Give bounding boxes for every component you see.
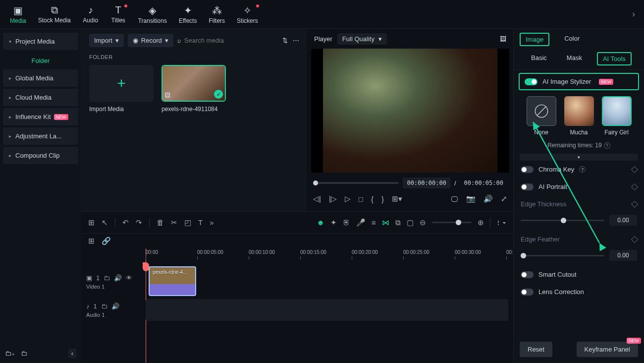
visibility-icon[interactable]: 👁	[126, 274, 132, 282]
style-none[interactable]: None	[526, 96, 557, 136]
player-viewport[interactable]	[311, 49, 509, 173]
tab-image[interactable]: Image	[520, 33, 549, 46]
mic-icon[interactable]: 🎤	[356, 218, 366, 227]
zoom-out-icon[interactable]: ⊖	[420, 218, 426, 227]
edge-feather-slider[interactable]	[521, 255, 604, 256]
text-icon[interactable]: T	[198, 218, 203, 227]
sidebar-compound-clip[interactable]: ▸Compound Clip	[3, 147, 78, 164]
more-icon[interactable]: ⋯	[293, 37, 299, 44]
video-track-lane[interactable]: pexels-rdne-4...	[146, 264, 513, 299]
edge-thickness-slider[interactable]	[521, 220, 604, 221]
mute-icon[interactable]: 🔊	[111, 302, 119, 310]
reset-button[interactable]: Reset	[520, 342, 552, 357]
zoom-in-icon[interactable]: ⊕	[478, 218, 484, 227]
sidebar-cloud-media[interactable]: ▸Cloud Media	[3, 89, 78, 106]
track-add-icon[interactable]: ⊞	[88, 237, 95, 245]
shield-icon[interactable]: ⛨	[343, 218, 350, 227]
mixer-icon[interactable]: ⫶ ▾	[496, 218, 506, 227]
stylizer-toggle[interactable]	[525, 78, 537, 85]
tool-audio[interactable]: ♪ Audio	[77, 2, 105, 26]
prev-frame-icon[interactable]: ◁|	[313, 194, 321, 203]
sidebar-folder[interactable]: Folder	[0, 52, 81, 69]
import-dropdown[interactable]: Import▾	[89, 34, 124, 47]
mute-icon[interactable]: 🔊	[114, 274, 122, 282]
list-icon[interactable]: ≡	[372, 218, 376, 227]
keyframe-diamond[interactable]	[631, 200, 638, 207]
media-item[interactable]: 🖼✓ pexels-rdne-4911084	[161, 65, 226, 113]
toolbar-more[interactable]: ›	[627, 9, 640, 19]
tool-stock-media[interactable]: ⧉ Stock Media	[32, 2, 77, 26]
sidebar-project-media[interactable]: ▾Project Media	[3, 33, 78, 50]
timeline-clip[interactable]: pexels-rdne-4...	[149, 266, 196, 296]
layout-icon[interactable]: ⊞▾	[392, 194, 402, 203]
cut-icon[interactable]: ✂	[171, 218, 177, 227]
import-media-card[interactable]: + Import Media	[89, 65, 154, 113]
help-icon[interactable]: ?	[604, 142, 610, 149]
sidebar-global-media[interactable]: ▸Global Media	[3, 69, 78, 87]
chroma-toggle[interactable]	[521, 166, 534, 173]
search-input[interactable]	[184, 37, 254, 44]
edge-thickness-value[interactable]: 0.00	[609, 215, 637, 226]
new-badge: NEW	[599, 79, 613, 85]
keyframe-diamond[interactable]	[631, 183, 638, 190]
tab-mask[interactable]: Mask	[562, 52, 587, 65]
play-icon[interactable]: ▷	[345, 194, 351, 203]
timeline-ruler[interactable]: 00:00 00:00:05:00 00:00:10:00 00:00:15:0…	[146, 248, 513, 264]
tool-filters[interactable]: ⁂ Filters	[203, 2, 231, 26]
more-tools-icon[interactable]: »	[210, 218, 214, 227]
folder-icon[interactable]: 🗀	[104, 274, 110, 282]
marker-icon[interactable]: ▢	[407, 218, 414, 227]
tab-color[interactable]: Color	[559, 33, 585, 46]
mark-in-icon[interactable]: {	[371, 195, 374, 203]
delete-icon[interactable]: 🗑	[157, 218, 164, 227]
mark-out-icon[interactable]: }	[381, 195, 384, 203]
keyframe-panel-button[interactable]: Keyframe PanelNEW	[577, 342, 639, 357]
crop-icon[interactable]: ◰	[184, 218, 191, 227]
portrait-toggle[interactable]	[521, 183, 534, 190]
display-icon[interactable]: 🖵	[451, 195, 458, 203]
record-dropdown[interactable]: ◉Record▾	[128, 34, 173, 47]
collapse-sidebar[interactable]: ‹	[68, 349, 76, 358]
redo-icon[interactable]: ↷	[136, 218, 142, 227]
link-icon[interactable]: 🔗	[102, 237, 111, 245]
grid-icon[interactable]: ⊞	[88, 218, 95, 227]
pointer-icon[interactable]: ↖	[102, 218, 108, 227]
quality-select[interactable]: Full Quality▾	[337, 33, 387, 45]
folder-icon[interactable]: 🗀	[21, 350, 27, 357]
zoom-slider[interactable]	[432, 222, 472, 223]
tool-media[interactable]: ▣ Media	[4, 2, 32, 26]
fullscreen-icon[interactable]: ⤢	[501, 194, 507, 203]
edge-feather-value[interactable]: 0.00	[609, 250, 637, 261]
keyframe-diamond[interactable]	[631, 166, 638, 173]
lens-toggle[interactable]	[521, 289, 534, 296]
ai-icon[interactable]: ☻	[317, 218, 324, 227]
collapse-styles[interactable]: ▾	[520, 154, 638, 161]
audio-track-lane[interactable]	[146, 299, 508, 321]
seek-bar[interactable]	[313, 182, 399, 184]
sidebar-influence-kit[interactable]: ▸Influence KitNEW	[3, 108, 78, 125]
style-mucha[interactable]: Mucha	[563, 96, 595, 136]
sparkle-icon[interactable]: ✦	[330, 218, 337, 227]
style-fairy-girl[interactable]: Fairy Girl	[601, 96, 633, 136]
magnet-icon[interactable]: ⋈	[382, 218, 389, 227]
folder-icon[interactable]: 🗀	[101, 302, 107, 310]
filter-icon[interactable]: ⇅	[282, 37, 288, 44]
tool-transitions[interactable]: ◈ Transitions	[132, 2, 173, 26]
overlap-icon[interactable]: ⧉	[395, 218, 401, 227]
camera-icon[interactable]: 📷	[466, 194, 476, 203]
tool-effects[interactable]: ✦ Effects	[173, 2, 203, 26]
keyframe-diamond[interactable]	[631, 236, 638, 242]
tab-ai-tools[interactable]: AI Tools	[597, 52, 632, 65]
next-frame-icon[interactable]: |▷	[329, 194, 337, 203]
tab-basic[interactable]: Basic	[526, 52, 552, 65]
volume-icon[interactable]: 🔊	[483, 194, 493, 203]
tool-stickers[interactable]: ✧ Stickers	[231, 2, 264, 26]
help-icon[interactable]: ?	[579, 166, 586, 173]
snapshot-icon[interactable]: 🖼	[500, 35, 506, 43]
new-folder-icon[interactable]: 🗀₊	[5, 350, 15, 357]
undo-icon[interactable]: ↶	[122, 218, 129, 227]
cutout-toggle[interactable]	[521, 271, 534, 278]
stop-icon[interactable]: □	[359, 195, 363, 203]
tool-titles[interactable]: T Titles	[105, 2, 132, 26]
sidebar-adjustment-layer[interactable]: ▸Adjustment La...	[3, 127, 78, 145]
